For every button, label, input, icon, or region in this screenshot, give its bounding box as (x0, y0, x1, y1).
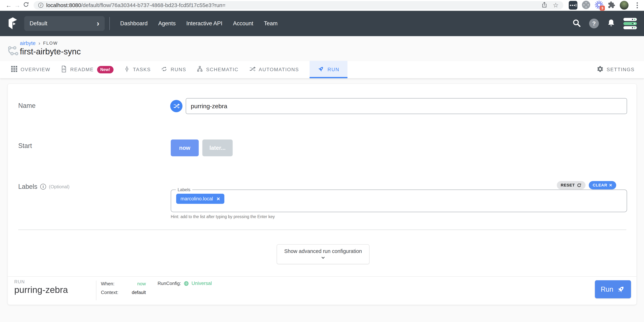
nav-link-dashboard[interactable]: Dashboard (120, 20, 148, 27)
browser-extensions: 3 (569, 1, 639, 10)
notifications-bell-icon[interactable] (607, 19, 616, 28)
breadcrumb-current: FLOW (43, 41, 58, 46)
run-summary-name: purring-zebra (14, 285, 68, 295)
start-later-button[interactable]: later... (202, 140, 233, 156)
url-path: /default/flow/76a30344-b737-4868-bd23-fc… (81, 2, 226, 8)
labels-legend: Labels (176, 187, 192, 192)
settings-button[interactable]: SETTINGS (596, 65, 634, 74)
tab-label: AUTOMATIONS (259, 67, 299, 73)
extension-badge: 3 (600, 6, 605, 11)
browser-menu-icon[interactable] (636, 1, 639, 10)
schematic-tree-icon (197, 66, 203, 73)
run-form-card: Name Start now later... Labels i (Option… (8, 84, 636, 305)
tab-tasks[interactable]: TASKS (124, 61, 151, 78)
name-label: Name (18, 102, 36, 110)
start-options: now later... (171, 140, 233, 156)
show-advanced-button[interactable]: Show advanced run configuration (277, 244, 370, 264)
label-chip-text: marcolino.local (180, 196, 213, 202)
settings-label: SETTINGS (607, 67, 634, 73)
remove-label-icon[interactable]: × (216, 196, 220, 202)
when-value: now (115, 281, 146, 286)
start-now-button[interactable]: now (171, 140, 199, 156)
site-info-icon[interactable]: i (38, 3, 43, 8)
starburst-extension-icon[interactable]: 3 (595, 1, 604, 10)
reset-label: RESET (561, 183, 575, 188)
tab-runs[interactable]: RUNS (161, 61, 186, 78)
new-badge: New! (97, 66, 114, 73)
randomize-name-button[interactable] (170, 100, 182, 112)
extensions-puzzle-icon[interactable] (608, 1, 615, 10)
overview-grid-icon (11, 66, 17, 73)
share-icon[interactable] (541, 2, 548, 9)
breadcrumb-namespace-link[interactable]: airbyte (20, 40, 36, 46)
recorder-extension-icon[interactable] (582, 1, 590, 10)
run-summary-bar: RUN purring-zebra When: now Context: def… (8, 276, 636, 305)
navbar-divider (110, 17, 110, 30)
navbar-icons: ? (572, 18, 637, 29)
readme-doc-icon (61, 66, 67, 74)
page-header: airbyte › FLOW first-airbyte-sync VERSIO… (0, 36, 644, 61)
shuffle-icon (249, 66, 256, 74)
tab-run[interactable]: RUN (310, 61, 348, 78)
optional-label: (Optional) (49, 184, 70, 190)
tab-readme[interactable]: README New! (61, 61, 113, 78)
globe-icon (184, 281, 189, 286)
rocket-icon (616, 285, 625, 294)
labels-heading: Labels i (Optional) (18, 183, 70, 190)
nav-link-account[interactable]: Account (233, 20, 253, 27)
tab-automations[interactable]: AUTOMATIONS (249, 61, 299, 78)
nav-link-team[interactable]: Team (264, 20, 278, 27)
run-button-label: Run (601, 285, 613, 293)
page-title: first-airbyte-sync (20, 47, 81, 56)
tab-overview[interactable]: OVERVIEW (11, 61, 50, 78)
url-host: localhost:8080 (46, 2, 81, 8)
footer-divider (96, 281, 96, 300)
project-selector[interactable]: Default › (24, 16, 105, 31)
section-divider (18, 229, 626, 230)
runconfig-value: Universal (192, 281, 212, 286)
breadcrumb-chevron-icon: › (38, 40, 40, 46)
bookmark-star-icon[interactable]: ☆ (553, 2, 559, 9)
browser-reload-icon[interactable] (22, 2, 30, 9)
labels-input-area[interactable]: Labels marcolino.local × (171, 187, 627, 212)
project-name: Default (30, 20, 47, 27)
browser-forward-icon[interactable]: → (13, 2, 22, 9)
info-icon: i (40, 184, 46, 190)
chevron-down-icon (320, 255, 326, 260)
task-node-icon (124, 66, 130, 74)
tab-label: TASKS (133, 67, 151, 73)
search-icon[interactable] (572, 19, 581, 28)
runconfig-label: RunConfig: (158, 281, 181, 286)
nav-link-agents[interactable]: Agents (158, 20, 176, 27)
label-chip: marcolino.local × (176, 194, 224, 204)
tab-label: SCHEMATIC (206, 67, 238, 73)
nav-links: Dashboard Agents Interactive API Account… (120, 20, 278, 27)
nav-link-interactive-api[interactable]: Interactive API (186, 20, 222, 27)
breadcrumb: airbyte › FLOW (20, 40, 58, 46)
tab-schematic[interactable]: SCHEMATIC (197, 61, 238, 78)
browser-profile-avatar[interactable] (620, 1, 629, 10)
address-bar[interactable]: i localhost:8080/default/flow/76a30344-b… (34, 1, 563, 10)
when-label: When: (101, 281, 114, 286)
rocket-icon (318, 66, 324, 74)
app-logo[interactable] (7, 17, 18, 30)
advanced-label: Show advanced run configuration (284, 248, 362, 254)
screen: ← → i localhost:8080/default/flow/76a303… (0, 0, 644, 322)
help-icon[interactable]: ? (589, 19, 599, 28)
flow-icon (7, 46, 19, 57)
labels-hint: Hint: add to the list after typing by pr… (171, 214, 275, 219)
chevron-right-icon: › (97, 20, 99, 27)
run-summary-label: RUN (14, 279, 25, 284)
gear-icon (596, 65, 604, 74)
tab-label: OVERVIEW (20, 67, 50, 73)
password-manager-extension-icon[interactable] (569, 1, 578, 10)
server-stack-icon[interactable] (624, 18, 637, 29)
app-navbar: Default › Dashboard Agents Interactive A… (0, 11, 644, 36)
run-name-input[interactable] (186, 98, 627, 114)
clear-label: CLEAR (593, 183, 607, 188)
browser-back-icon[interactable]: ← (4, 2, 13, 9)
tab-bar: OVERVIEW README New! TASKS RUNS SCHEMATI… (0, 61, 644, 78)
runconfig-row: RunConfig: Universal (158, 281, 212, 286)
tab-label: RUN (328, 67, 340, 73)
run-button[interactable]: Run (595, 280, 631, 298)
